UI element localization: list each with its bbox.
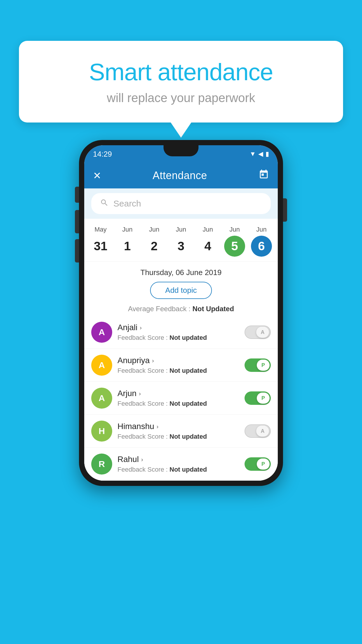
student-info: Arjun ›Feedback Score : Not updated: [117, 389, 239, 407]
status-icons: ▼ ◀ ▮: [249, 150, 269, 158]
speech-bubble: Smart attendance will replace your paper…: [19, 41, 343, 123]
avg-feedback-label: Average Feedback :: [128, 305, 190, 313]
signal-icon: ◀: [258, 150, 263, 158]
search-wrapper: Search: [84, 188, 278, 219]
cal-date-label: 31: [90, 236, 111, 257]
avg-feedback: Average Feedback : Not Updated: [91, 305, 271, 313]
toggle-knob: P: [257, 459, 270, 470]
chevron-icon: ›: [139, 390, 141, 397]
attendance-toggle[interactable]: P: [245, 391, 271, 405]
feedback-score: Feedback Score : Not updated: [117, 466, 239, 473]
cal-month-label: Jun: [203, 226, 213, 233]
attendance-toggle[interactable]: A: [245, 424, 271, 438]
feedback-score: Feedback Score : Not updated: [117, 433, 239, 440]
cal-month-label: Jun: [176, 226, 186, 233]
cal-date-label: 6: [251, 236, 272, 257]
cal-date-label: 3: [171, 236, 191, 257]
chevron-icon: ›: [157, 423, 159, 430]
phone-screen: 14:29 ▼ ◀ ▮ ✕ Attendance: [84, 145, 278, 481]
bubble-title: Smart attendance: [39, 58, 323, 86]
toggle-knob: P: [257, 393, 270, 404]
volume-down-button: [75, 239, 79, 262]
student-info: Anjali ›Feedback Score : Not updated: [117, 323, 239, 342]
app-bar: ✕ Attendance: [84, 163, 278, 188]
speech-bubble-container: Smart attendance will replace your paper…: [19, 41, 343, 123]
cal-month-label: Jun: [122, 226, 132, 233]
cal-day-0[interactable]: May31: [89, 226, 112, 257]
student-info: Anupriya ›Feedback Score : Not updated: [117, 356, 239, 374]
add-topic-button[interactable]: Add topic: [150, 282, 212, 299]
feedback-score: Feedback Score : Not updated: [117, 367, 239, 374]
cal-day-3[interactable]: Jun3: [169, 226, 193, 257]
student-name: Anupriya ›: [117, 356, 239, 365]
cal-date-label: 5: [224, 236, 245, 257]
student-item[interactable]: RRahul ›Feedback Score : Not updatedP: [84, 448, 278, 481]
student-name: Rahul ›: [117, 455, 239, 464]
attendance-toggle[interactable]: P: [245, 457, 271, 471]
bubble-subtitle: will replace your paperwork: [39, 91, 323, 105]
toggle-knob: P: [257, 360, 270, 371]
student-item[interactable]: AAnupriya ›Feedback Score : Not updatedP: [84, 349, 278, 382]
student-name: Anjali ›: [117, 323, 239, 332]
attendance-toggle[interactable]: A: [245, 326, 271, 339]
volume-up-button: [75, 210, 79, 233]
cal-day-1[interactable]: Jun1: [116, 226, 139, 257]
search-bar[interactable]: Search: [91, 193, 271, 214]
cal-day-5[interactable]: Jun5: [223, 226, 246, 257]
student-avatar: A: [91, 388, 112, 409]
power-button: [75, 187, 79, 203]
cal-month-label: Jun: [256, 226, 266, 233]
cal-month-label: May: [94, 226, 107, 233]
chevron-icon: ›: [140, 324, 142, 331]
phone-frame: 14:29 ▼ ◀ ▮ ✕ Attendance: [79, 140, 283, 486]
search-placeholder: Search: [113, 199, 141, 209]
feedback-score: Feedback Score : Not updated: [117, 334, 239, 342]
toggle-knob: A: [256, 327, 269, 338]
calendar-button[interactable]: [259, 169, 269, 182]
student-info: Rahul ›Feedback Score : Not updated: [117, 455, 239, 473]
cal-month-label: Jun: [149, 226, 159, 233]
status-bar: 14:29 ▼ ◀ ▮: [84, 145, 278, 163]
battery-icon: ▮: [266, 150, 269, 158]
student-item[interactable]: AAnjali ›Feedback Score : Not updatedA: [84, 316, 278, 349]
selected-date-label: Thursday, 06 June 2019: [91, 268, 271, 277]
cal-month-label: Jun: [229, 226, 240, 233]
avg-feedback-value: Not Updated: [192, 305, 234, 313]
close-button[interactable]: ✕: [93, 170, 101, 181]
student-avatar: A: [91, 355, 112, 376]
student-info: Himanshu ›Feedback Score : Not updated: [117, 422, 239, 440]
cal-day-6[interactable]: Jun6: [250, 226, 273, 257]
date-info: Thursday, 06 June 2019 Add topic Average…: [84, 262, 278, 316]
calendar-strip: May31Jun1Jun2Jun3Jun4Jun5Jun6: [84, 219, 278, 262]
student-avatar: R: [91, 454, 112, 475]
cal-date-label: 2: [144, 236, 165, 257]
app-title: Attendance: [152, 169, 207, 182]
feedback-score: Feedback Score : Not updated: [117, 400, 239, 407]
cal-day-2[interactable]: Jun2: [143, 226, 166, 257]
cal-day-4[interactable]: Jun4: [196, 226, 219, 257]
search-icon: [100, 198, 109, 209]
attendance-toggle[interactable]: P: [245, 358, 271, 372]
toggle-knob: A: [256, 426, 269, 437]
cal-date-label: 4: [197, 236, 218, 257]
student-list: AAnjali ›Feedback Score : Not updatedAAA…: [84, 316, 278, 481]
volume-button: [283, 198, 287, 222]
student-item[interactable]: HHimanshu ›Feedback Score : Not updatedA: [84, 415, 278, 448]
status-time: 14:29: [93, 150, 112, 159]
student-avatar: A: [91, 322, 112, 343]
student-avatar: H: [91, 421, 112, 442]
notch: [164, 145, 198, 156]
student-name: Himanshu ›: [117, 422, 239, 431]
chevron-icon: ›: [141, 456, 143, 463]
chevron-icon: ›: [152, 357, 154, 364]
cal-date-label: 1: [117, 236, 138, 257]
phone-wrapper: 14:29 ▼ ◀ ▮ ✕ Attendance: [79, 140, 283, 486]
student-name: Arjun ›: [117, 389, 239, 398]
student-item[interactable]: AArjun ›Feedback Score : Not updatedP: [84, 382, 278, 415]
wifi-icon: ▼: [249, 150, 256, 158]
